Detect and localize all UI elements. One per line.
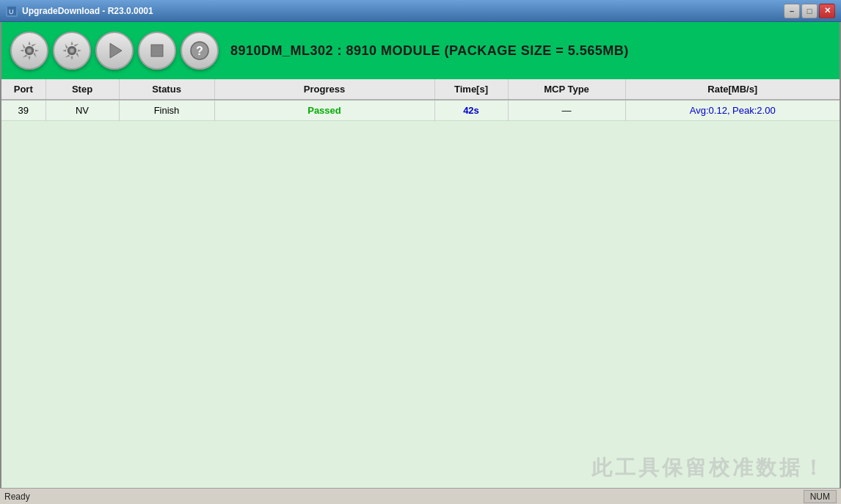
svg-point-4 [28, 49, 31, 52]
cell-rate: Avg:0.12, Peak:2.00 [625, 100, 840, 121]
svg-text:?: ? [196, 45, 203, 57]
cell-time: 42s [434, 100, 508, 121]
cell-status: Finish [119, 100, 214, 121]
window-body: ? 8910DM_ML302 : 8910 MODULE (PACKAGE SI… [0, 22, 841, 504]
window-title: UpgradeDownload - R23.0.0001 [22, 6, 153, 16]
svg-text:U: U [9, 8, 14, 15]
help-button[interactable]: ? [181, 32, 219, 70]
svg-point-7 [70, 49, 73, 52]
svg-rect-9 [151, 45, 163, 56]
table-row: 39 NV Finish Passed 42s — Avg:0.12, Peak… [1, 100, 840, 121]
table-container: Port Step Status Progress Time[s] MCP Ty… [1, 79, 840, 503]
window-controls: – □ ✕ [784, 4, 835, 18]
config-button[interactable] [53, 32, 91, 70]
data-table: Port Step Status Progress Time[s] MCP Ty… [1, 79, 840, 121]
col-status: Status [119, 79, 214, 100]
cell-progress: Passed [214, 100, 434, 121]
cell-step: NV [45, 100, 119, 121]
cell-port: 39 [1, 100, 45, 121]
close-button[interactable]: ✕ [819, 4, 835, 18]
stop-button[interactable] [138, 32, 176, 70]
status-bar: Ready NUM [0, 488, 841, 504]
table-header-row: Port Step Status Progress Time[s] MCP Ty… [1, 79, 840, 100]
col-rate: Rate[MB/s] [625, 79, 840, 100]
title-bar: U UpgradeDownload - R23.0.0001 – □ ✕ [0, 0, 841, 22]
toolbar-buttons: ? [10, 32, 219, 70]
settings-button[interactable] [10, 32, 48, 70]
cell-mcp: — [508, 100, 625, 121]
col-step: Step [45, 79, 119, 100]
col-progress: Progress [214, 79, 434, 100]
app-icon: U [6, 5, 18, 17]
col-time: Time[s] [434, 79, 508, 100]
num-indicator: NUM [804, 490, 837, 503]
title-bar-left: U UpgradeDownload - R23.0.0001 [6, 5, 153, 17]
col-mcp: MCP Type [508, 79, 625, 100]
maximize-button[interactable]: □ [801, 4, 818, 18]
play-button[interactable] [95, 32, 134, 70]
svg-marker-8 [110, 43, 122, 58]
col-port: Port [1, 79, 45, 100]
minimize-button[interactable]: – [784, 4, 800, 18]
package-info: 8910DM_ML302 : 8910 MODULE (PACKAGE SIZE… [230, 43, 629, 59]
toolbar: ? 8910DM_ML302 : 8910 MODULE (PACKAGE SI… [1, 22, 840, 79]
status-ready: Ready [4, 492, 30, 502]
